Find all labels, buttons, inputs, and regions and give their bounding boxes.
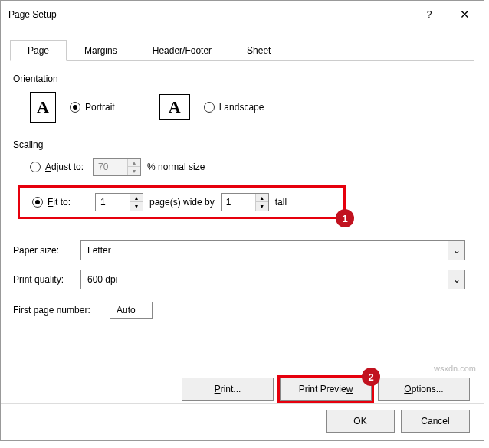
close-button[interactable]: ✕ xyxy=(447,2,482,27)
print-preview-button[interactable]: Print Preview 2 xyxy=(280,378,372,401)
orientation-label: Orientation xyxy=(13,74,471,84)
panel: Orientation A Portrait A Landscape Scali… xyxy=(1,61,484,337)
radio-icon xyxy=(32,197,43,208)
callout-2: 2 xyxy=(362,368,380,386)
watermark: wsxdn.com xyxy=(434,364,476,373)
tab-margins[interactable]: Margins xyxy=(67,40,135,61)
first-page-row: First page number: xyxy=(13,302,471,319)
tab-strip: Page Margins Header/Footer Sheet xyxy=(10,39,474,61)
dialog-title: Page Setup xyxy=(8,9,412,20)
tab-headerfooter[interactable]: Header/Footer xyxy=(135,40,229,61)
print-quality-select[interactable]: 600 dpi ⌄ xyxy=(80,270,465,289)
fit-tall-input[interactable] xyxy=(222,194,255,211)
spin-up-icon[interactable]: ▲ xyxy=(128,159,140,167)
page-setup-dialog: Page Setup ? ✕ Page Margins Header/Foote… xyxy=(0,0,484,441)
adjust-spinner[interactable]: ▲ ▼ xyxy=(93,158,141,176)
options-button[interactable]: Options... xyxy=(378,378,470,401)
fit-suffix: tall xyxy=(275,197,287,208)
radio-landscape[interactable]: Landscape xyxy=(204,102,264,113)
first-page-input[interactable] xyxy=(110,302,153,319)
ok-cancel-row: OK Cancel xyxy=(326,410,470,433)
print-quality-row: Print quality: 600 dpi ⌄ xyxy=(13,270,471,289)
spin-down-icon[interactable]: ▼ xyxy=(128,167,140,175)
tab-page[interactable]: Page xyxy=(10,40,67,61)
radio-portrait[interactable]: Portrait xyxy=(70,102,115,113)
chevron-down-icon: ⌄ xyxy=(448,241,464,260)
fit-tall-spinner[interactable]: ▲ ▼ xyxy=(221,193,269,211)
radio-icon xyxy=(70,102,80,113)
spin-down-icon[interactable]: ▼ xyxy=(130,202,143,211)
scaling-label: Scaling xyxy=(13,139,471,150)
fit-to-row: Fit to: ▲ ▼ page(s) wide by ▲ ▼ tall 1 xyxy=(18,185,346,219)
fit-wide-spinner[interactable]: ▲ ▼ xyxy=(95,193,143,211)
fit-mid-label: page(s) wide by xyxy=(149,197,215,208)
paper-size-value: Letter xyxy=(87,245,111,256)
landscape-icon: A xyxy=(159,94,190,120)
cancel-button[interactable]: Cancel xyxy=(401,410,470,433)
ok-button[interactable]: OK xyxy=(326,410,395,433)
tab-sheet[interactable]: Sheet xyxy=(229,40,288,61)
radio-fit-to[interactable]: Fit to: xyxy=(32,197,89,208)
portrait-icon: A xyxy=(30,92,56,123)
help-button[interactable]: ? xyxy=(412,2,447,27)
paper-size-select[interactable]: Letter ⌄ xyxy=(80,240,465,260)
spin-down-icon[interactable]: ▼ xyxy=(256,202,268,211)
first-page-label: First page number: xyxy=(13,305,110,316)
help-icon: ? xyxy=(427,9,432,20)
close-icon: ✕ xyxy=(460,8,470,21)
separator xyxy=(1,403,484,404)
orientation-group: A Portrait A Landscape xyxy=(13,92,471,123)
spin-up-icon[interactable]: ▲ xyxy=(256,194,268,202)
titlebar: Page Setup ? ✕ xyxy=(1,1,484,28)
print-quality-label: Print quality: xyxy=(13,274,80,285)
adjust-suffix: % normal size xyxy=(147,162,205,172)
dialog-buttons: Print... Print Preview 2 Options... xyxy=(182,378,470,401)
radio-adjust-to[interactable]: Adjust to: xyxy=(30,162,87,172)
chevron-down-icon: ⌄ xyxy=(448,270,464,289)
spin-up-icon[interactable]: ▲ xyxy=(130,194,143,202)
radio-icon xyxy=(204,102,215,113)
paper-size-row: Paper size: Letter ⌄ xyxy=(13,240,471,260)
print-button[interactable]: Print... xyxy=(182,378,274,401)
print-quality-value: 600 dpi xyxy=(87,274,117,285)
paper-size-label: Paper size: xyxy=(13,245,80,256)
callout-1: 1 xyxy=(336,209,354,227)
fit-wide-input[interactable] xyxy=(96,194,130,211)
radio-icon xyxy=(30,162,41,172)
adjust-row: Adjust to: ▲ ▼ % normal size xyxy=(13,158,471,176)
adjust-input[interactable] xyxy=(94,159,127,175)
